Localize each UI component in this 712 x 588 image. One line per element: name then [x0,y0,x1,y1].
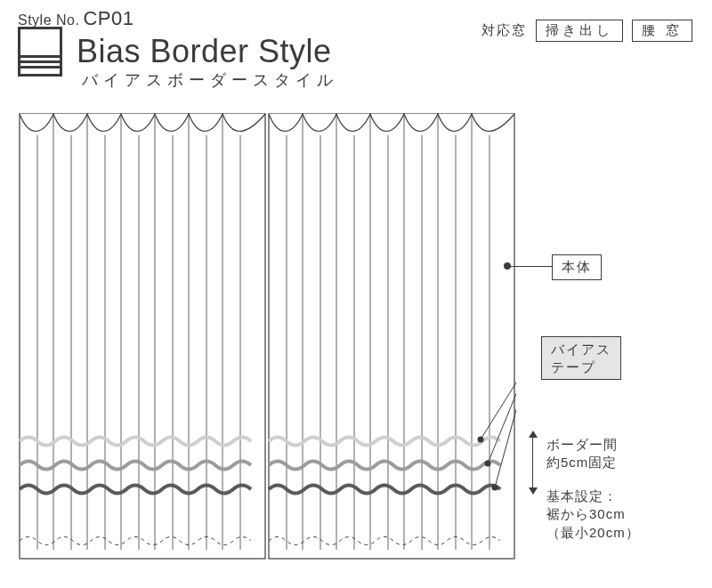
svg-point-32 [485,461,491,467]
window-type-label: 対応窓 [481,22,527,39]
curtain-diagram [18,105,516,568]
title-jp: バイアスボーダースタイル [82,69,338,91]
window-type-a: 掃き出し [536,20,623,42]
style-icon [18,27,62,77]
note-border-spacing: ボーダー間約5cm固定 [546,436,618,472]
dim-arrow-bottom [529,487,538,495]
callout-bias-tape: バイアステープ [541,336,621,380]
dim-line-spacing [532,438,533,487]
svg-point-33 [492,485,498,491]
style-number-prefix: Style No. [18,12,79,28]
curtain-svg [18,105,516,568]
window-type-tags: 対応窓 掃き出し 腰 窓 [481,20,692,42]
svg-line-30 [495,361,516,487]
callout-leader-body [511,266,552,267]
svg-point-31 [478,437,484,443]
callout-body: 本体 [552,254,602,280]
svg-line-29 [488,361,516,463]
callout-dot-body [504,262,511,270]
window-type-b: 腰 窓 [632,20,692,42]
note-baseline: 基本設定：裾から30cm（最小20cm） [546,487,640,542]
title-en: Bias Border Style [77,33,332,70]
dim-arrow-top [529,431,538,438]
